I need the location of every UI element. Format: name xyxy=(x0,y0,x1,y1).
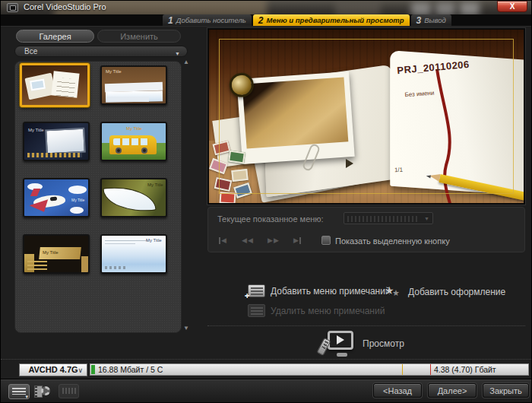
remove-note-menu-label: Удалить меню примечаний xyxy=(271,306,385,316)
scroll-down-icon[interactable]: ▼ xyxy=(183,325,189,332)
preview-button[interactable]: Просмотр xyxy=(320,331,404,357)
add-note-menu-button[interactable]: ✚ Добавить меню примечаний xyxy=(248,284,391,297)
step-label: Добавить носитель xyxy=(176,16,246,24)
thumbnail-paper-scrapbook[interactable]: My Title xyxy=(100,65,167,105)
add-decoration-button[interactable]: ★★ Добавить оформление xyxy=(385,284,505,299)
bus-wheel xyxy=(141,148,147,154)
step-label: Меню и предварительный просмотр xyxy=(267,16,404,24)
leaf-shape xyxy=(103,183,156,216)
current-menu-label: Текущее показанное меню: xyxy=(217,214,324,224)
thumb-title: My Title xyxy=(28,128,44,133)
paper-sheet xyxy=(106,97,149,102)
menu-preview[interactable]: PRJ_20110206 Без имени 1/1 xyxy=(207,28,525,205)
tab-output[interactable]: 3 Вывод xyxy=(411,14,451,26)
gold-list xyxy=(27,261,47,273)
menu-scene: PRJ_20110206 Без имени 1/1 xyxy=(209,30,524,203)
billboard xyxy=(45,128,86,155)
gold-panel xyxy=(81,256,88,274)
aero-blur xyxy=(335,1,381,14)
add-note-menu-label: Добавить меню примечаний xyxy=(271,286,391,297)
thumbnail-school-bus[interactable]: My Title xyxy=(100,122,167,161)
thumb-title: My Title xyxy=(43,250,59,255)
close-dialog-button[interactable]: Закрыть xyxy=(483,383,529,398)
divider xyxy=(207,325,525,326)
skip-start-icon[interactable]: ◀ xyxy=(219,236,226,244)
rule-line xyxy=(105,240,147,241)
thumbnail-travel-book[interactable] xyxy=(20,63,90,107)
rewind-icon[interactable]: ◀◀ xyxy=(242,236,253,244)
window-title: Corel VideoStudio Pro xyxy=(24,2,106,11)
thumbnail-night-billboard[interactable]: My Title xyxy=(23,122,90,161)
step-label: Вывод xyxy=(424,16,446,24)
dots-strip xyxy=(105,266,128,269)
step-number: 3 xyxy=(416,15,422,26)
dropdown-value xyxy=(347,216,419,222)
safe-area-border xyxy=(219,39,514,194)
cloud xyxy=(70,207,84,214)
fast-forward-icon[interactable]: ▶▶ xyxy=(268,236,279,244)
thumb-title: My Title xyxy=(71,198,84,203)
marquee-lights xyxy=(27,153,82,157)
remove-note-menu-button[interactable]: Удалить меню примечаний xyxy=(248,304,385,317)
bus-wheel xyxy=(116,148,122,154)
add-menu-icon: ✚ xyxy=(248,284,265,297)
used-space-label: 16.88 Мбайт / 5 С xyxy=(98,365,163,374)
thumbnail-cartoon-airplane[interactable]: My Title xyxy=(23,178,90,217)
tv-preview-icon xyxy=(320,331,355,357)
show-button-icon[interactable] xyxy=(321,236,331,245)
book-page xyxy=(51,71,79,97)
rule-line xyxy=(105,243,135,244)
tab-add-media[interactable]: 1 Добавить носитель xyxy=(163,14,252,26)
thumb-title: My Title xyxy=(146,238,162,243)
thumb-title: My Title xyxy=(126,126,142,132)
thumbnail-leaf[interactable]: My Title xyxy=(100,178,167,217)
remove-menu-icon xyxy=(248,304,265,317)
chevron-down-icon: ▼ xyxy=(424,216,429,221)
add-decoration-label: Добавить оформление xyxy=(408,287,505,297)
capacity-label: 4.38 (4.70) Гбайт xyxy=(434,365,496,374)
cloud xyxy=(68,186,87,194)
close-button[interactable]: X xyxy=(497,1,527,12)
tab-menu-preview[interactable]: 2 Меню и предварительный просмотр xyxy=(253,14,410,26)
settings-menu-icon[interactable]: ▾ xyxy=(8,384,30,399)
next-button[interactable]: Далее> xyxy=(428,383,477,398)
scroll-up-icon[interactable]: ▲ xyxy=(183,59,189,65)
capture-icon xyxy=(59,384,79,398)
project-settings-icon[interactable] xyxy=(34,384,54,399)
thumbnail-sky-frame[interactable]: My Title xyxy=(100,234,167,274)
tab-gallery[interactable]: Галерея xyxy=(16,30,94,43)
thumb-title: My Title xyxy=(147,182,163,188)
show-highlighted-button-label[interactable]: Показать выделенную кнопку xyxy=(335,236,450,246)
back-button[interactable]: <Назад xyxy=(373,383,422,398)
decoration-icon: ★★ xyxy=(385,284,403,299)
gear-icon xyxy=(41,386,50,395)
title-bar: Corel VideoStudio Pro xyxy=(1,1,532,14)
tab-edit[interactable]: Изменить xyxy=(97,30,181,43)
capacity-marker-yellow xyxy=(402,364,403,375)
current-menu-dropdown[interactable]: ▼ xyxy=(344,212,433,224)
combo-arrow-icon: ∨ xyxy=(78,365,83,376)
aero-blur xyxy=(460,2,480,14)
app-window: Corel VideoStudio Pro X 1 Добавить носит… xyxy=(0,0,532,403)
preview-label: Просмотр xyxy=(363,338,404,349)
play-icon xyxy=(337,335,344,344)
disc-format-dropdown[interactable]: AVCHD 4.7G ∨ xyxy=(19,363,87,376)
filter-value: Все xyxy=(24,47,37,56)
step-number: 2 xyxy=(258,15,264,26)
app-icon xyxy=(7,3,18,12)
capacity-marker-red xyxy=(430,364,431,375)
step-tab-bar: 1 Добавить носитель 2 Меню и предварител… xyxy=(1,14,532,27)
aero-blur xyxy=(435,2,455,14)
divider xyxy=(1,359,532,360)
thumbnail-gold-panels[interactable]: My Title xyxy=(23,234,90,274)
menu-controls-panel: Текущее показанное меню: ▼ ◀ ◀◀ ▶▶ ▶ Пок… xyxy=(207,207,525,252)
skip-end-icon[interactable]: ▶ xyxy=(293,236,301,244)
bus-windows xyxy=(113,138,148,145)
step-number: 1 xyxy=(168,15,173,26)
aero-blur xyxy=(411,2,431,14)
small-arrow-icon: ▾ xyxy=(25,394,28,400)
template-filter-dropdown[interactable]: Все ▼ xyxy=(14,46,188,57)
disc-space-bar: 16.88 Мбайт / 5 С 4.38 (4.70) Гбайт xyxy=(90,363,529,376)
disc-format-value: AVCHD 4.7G xyxy=(28,365,78,374)
chevron-down-icon: ▼ xyxy=(175,49,180,59)
